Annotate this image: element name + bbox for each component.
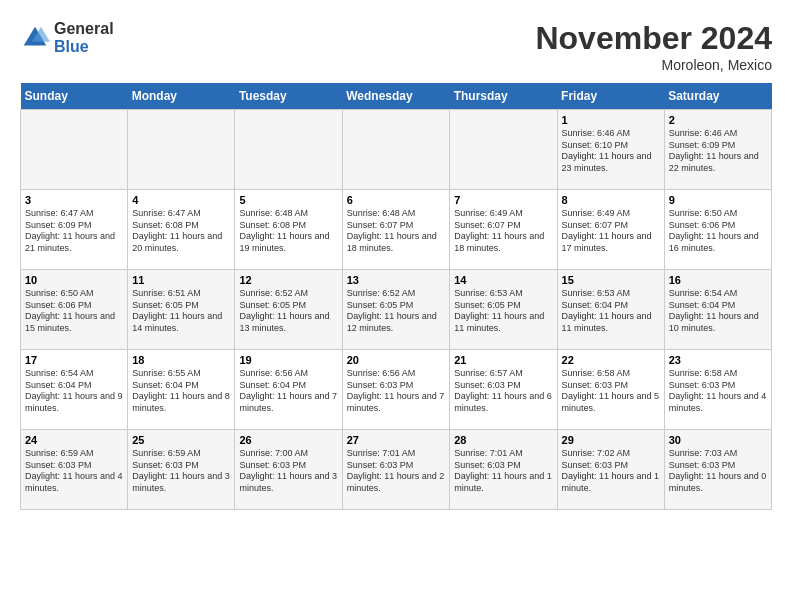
calendar-cell: [342, 110, 450, 190]
calendar-cell: 16Sunrise: 6:54 AM Sunset: 6:04 PM Dayli…: [664, 270, 771, 350]
header-sunday: Sunday: [21, 83, 128, 110]
calendar-cell: 26Sunrise: 7:00 AM Sunset: 6:03 PM Dayli…: [235, 430, 342, 510]
day-number: 2: [669, 114, 767, 126]
day-number: 29: [562, 434, 660, 446]
location: Moroleon, Mexico: [535, 57, 772, 73]
calendar-cell: 28Sunrise: 7:01 AM Sunset: 6:03 PM Dayli…: [450, 430, 557, 510]
month-title: November 2024: [535, 20, 772, 57]
day-number: 3: [25, 194, 123, 206]
day-info: Sunrise: 6:59 AM Sunset: 6:03 PM Dayligh…: [132, 448, 230, 495]
day-number: 30: [669, 434, 767, 446]
day-info: Sunrise: 6:55 AM Sunset: 6:04 PM Dayligh…: [132, 368, 230, 415]
day-number: 18: [132, 354, 230, 366]
calendar-cell: 12Sunrise: 6:52 AM Sunset: 6:05 PM Dayli…: [235, 270, 342, 350]
calendar-week-row: 17Sunrise: 6:54 AM Sunset: 6:04 PM Dayli…: [21, 350, 772, 430]
header-wednesday: Wednesday: [342, 83, 450, 110]
day-number: 21: [454, 354, 552, 366]
day-number: 24: [25, 434, 123, 446]
day-info: Sunrise: 6:46 AM Sunset: 6:09 PM Dayligh…: [669, 128, 767, 175]
day-info: Sunrise: 6:49 AM Sunset: 6:07 PM Dayligh…: [454, 208, 552, 255]
calendar-cell: 4Sunrise: 6:47 AM Sunset: 6:08 PM Daylig…: [128, 190, 235, 270]
calendar-cell: 22Sunrise: 6:58 AM Sunset: 6:03 PM Dayli…: [557, 350, 664, 430]
logo: General Blue: [20, 20, 114, 55]
day-info: Sunrise: 6:48 AM Sunset: 6:07 PM Dayligh…: [347, 208, 446, 255]
day-number: 6: [347, 194, 446, 206]
day-info: Sunrise: 6:49 AM Sunset: 6:07 PM Dayligh…: [562, 208, 660, 255]
day-number: 19: [239, 354, 337, 366]
day-info: Sunrise: 6:46 AM Sunset: 6:10 PM Dayligh…: [562, 128, 660, 175]
logo-text: General Blue: [54, 20, 114, 55]
day-number: 16: [669, 274, 767, 286]
calendar-cell: 10Sunrise: 6:50 AM Sunset: 6:06 PM Dayli…: [21, 270, 128, 350]
day-number: 11: [132, 274, 230, 286]
calendar-cell: 20Sunrise: 6:56 AM Sunset: 6:03 PM Dayli…: [342, 350, 450, 430]
day-number: 26: [239, 434, 337, 446]
day-info: Sunrise: 6:56 AM Sunset: 6:04 PM Dayligh…: [239, 368, 337, 415]
day-info: Sunrise: 6:58 AM Sunset: 6:03 PM Dayligh…: [669, 368, 767, 415]
day-info: Sunrise: 6:58 AM Sunset: 6:03 PM Dayligh…: [562, 368, 660, 415]
day-number: 28: [454, 434, 552, 446]
day-info: Sunrise: 6:47 AM Sunset: 6:09 PM Dayligh…: [25, 208, 123, 255]
calendar-cell: [450, 110, 557, 190]
calendar-table: Sunday Monday Tuesday Wednesday Thursday…: [20, 83, 772, 510]
day-info: Sunrise: 6:50 AM Sunset: 6:06 PM Dayligh…: [25, 288, 123, 335]
calendar-cell: 23Sunrise: 6:58 AM Sunset: 6:03 PM Dayli…: [664, 350, 771, 430]
day-info: Sunrise: 6:48 AM Sunset: 6:08 PM Dayligh…: [239, 208, 337, 255]
calendar-cell: 24Sunrise: 6:59 AM Sunset: 6:03 PM Dayli…: [21, 430, 128, 510]
calendar-cell: 1Sunrise: 6:46 AM Sunset: 6:10 PM Daylig…: [557, 110, 664, 190]
calendar-cell: 9Sunrise: 6:50 AM Sunset: 6:06 PM Daylig…: [664, 190, 771, 270]
day-number: 22: [562, 354, 660, 366]
header-monday: Monday: [128, 83, 235, 110]
header-friday: Friday: [557, 83, 664, 110]
day-number: 13: [347, 274, 446, 286]
day-number: 20: [347, 354, 446, 366]
day-number: 14: [454, 274, 552, 286]
day-info: Sunrise: 6:54 AM Sunset: 6:04 PM Dayligh…: [669, 288, 767, 335]
calendar-cell: [235, 110, 342, 190]
calendar-header: Sunday Monday Tuesday Wednesday Thursday…: [21, 83, 772, 110]
header-tuesday: Tuesday: [235, 83, 342, 110]
day-number: 4: [132, 194, 230, 206]
logo-blue-text: Blue: [54, 38, 114, 56]
logo-icon: [20, 23, 50, 53]
calendar-week-row: 24Sunrise: 6:59 AM Sunset: 6:03 PM Dayli…: [21, 430, 772, 510]
calendar-cell: 5Sunrise: 6:48 AM Sunset: 6:08 PM Daylig…: [235, 190, 342, 270]
calendar-cell: 21Sunrise: 6:57 AM Sunset: 6:03 PM Dayli…: [450, 350, 557, 430]
day-number: 27: [347, 434, 446, 446]
header-saturday: Saturday: [664, 83, 771, 110]
calendar-cell: [21, 110, 128, 190]
day-number: 17: [25, 354, 123, 366]
calendar-cell: 8Sunrise: 6:49 AM Sunset: 6:07 PM Daylig…: [557, 190, 664, 270]
day-info: Sunrise: 6:50 AM Sunset: 6:06 PM Dayligh…: [669, 208, 767, 255]
calendar-cell: 18Sunrise: 6:55 AM Sunset: 6:04 PM Dayli…: [128, 350, 235, 430]
calendar-cell: 15Sunrise: 6:53 AM Sunset: 6:04 PM Dayli…: [557, 270, 664, 350]
day-number: 12: [239, 274, 337, 286]
title-area: November 2024 Moroleon, Mexico: [535, 20, 772, 73]
calendar-body: 1Sunrise: 6:46 AM Sunset: 6:10 PM Daylig…: [21, 110, 772, 510]
day-number: 8: [562, 194, 660, 206]
day-info: Sunrise: 6:59 AM Sunset: 6:03 PM Dayligh…: [25, 448, 123, 495]
day-info: Sunrise: 7:01 AM Sunset: 6:03 PM Dayligh…: [454, 448, 552, 495]
day-info: Sunrise: 6:53 AM Sunset: 6:04 PM Dayligh…: [562, 288, 660, 335]
day-info: Sunrise: 7:03 AM Sunset: 6:03 PM Dayligh…: [669, 448, 767, 495]
calendar-cell: 11Sunrise: 6:51 AM Sunset: 6:05 PM Dayli…: [128, 270, 235, 350]
calendar-cell: 25Sunrise: 6:59 AM Sunset: 6:03 PM Dayli…: [128, 430, 235, 510]
day-info: Sunrise: 6:56 AM Sunset: 6:03 PM Dayligh…: [347, 368, 446, 415]
calendar-cell: 27Sunrise: 7:01 AM Sunset: 6:03 PM Dayli…: [342, 430, 450, 510]
day-info: Sunrise: 6:57 AM Sunset: 6:03 PM Dayligh…: [454, 368, 552, 415]
calendar-cell: 19Sunrise: 6:56 AM Sunset: 6:04 PM Dayli…: [235, 350, 342, 430]
day-number: 10: [25, 274, 123, 286]
calendar-cell: 7Sunrise: 6:49 AM Sunset: 6:07 PM Daylig…: [450, 190, 557, 270]
calendar-week-row: 10Sunrise: 6:50 AM Sunset: 6:06 PM Dayli…: [21, 270, 772, 350]
day-number: 15: [562, 274, 660, 286]
header-row: Sunday Monday Tuesday Wednesday Thursday…: [21, 83, 772, 110]
calendar-week-row: 1Sunrise: 6:46 AM Sunset: 6:10 PM Daylig…: [21, 110, 772, 190]
day-number: 7: [454, 194, 552, 206]
calendar-cell: 30Sunrise: 7:03 AM Sunset: 6:03 PM Dayli…: [664, 430, 771, 510]
day-info: Sunrise: 6:47 AM Sunset: 6:08 PM Dayligh…: [132, 208, 230, 255]
logo-general-text: General: [54, 20, 114, 38]
calendar-cell: 14Sunrise: 6:53 AM Sunset: 6:05 PM Dayli…: [450, 270, 557, 350]
day-info: Sunrise: 6:51 AM Sunset: 6:05 PM Dayligh…: [132, 288, 230, 335]
day-info: Sunrise: 7:01 AM Sunset: 6:03 PM Dayligh…: [347, 448, 446, 495]
calendar-cell: 2Sunrise: 6:46 AM Sunset: 6:09 PM Daylig…: [664, 110, 771, 190]
